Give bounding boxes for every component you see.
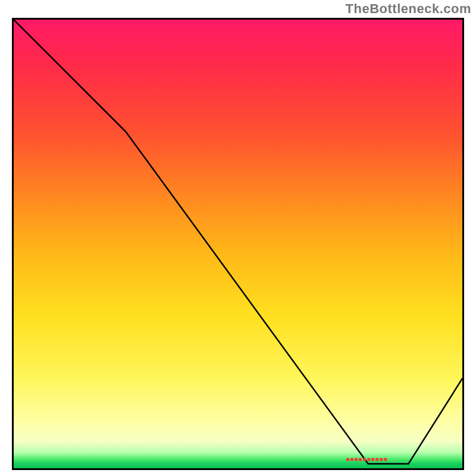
chart-annotation: ■■■■■■■■■■ — [346, 456, 387, 462]
chart-series-curve — [14, 20, 462, 464]
chart-line-layer — [14, 20, 462, 468]
watermark-text: TheBottleneck.com — [346, 1, 471, 17]
chart-area: ■■■■■■■■■■ — [12, 18, 464, 470]
